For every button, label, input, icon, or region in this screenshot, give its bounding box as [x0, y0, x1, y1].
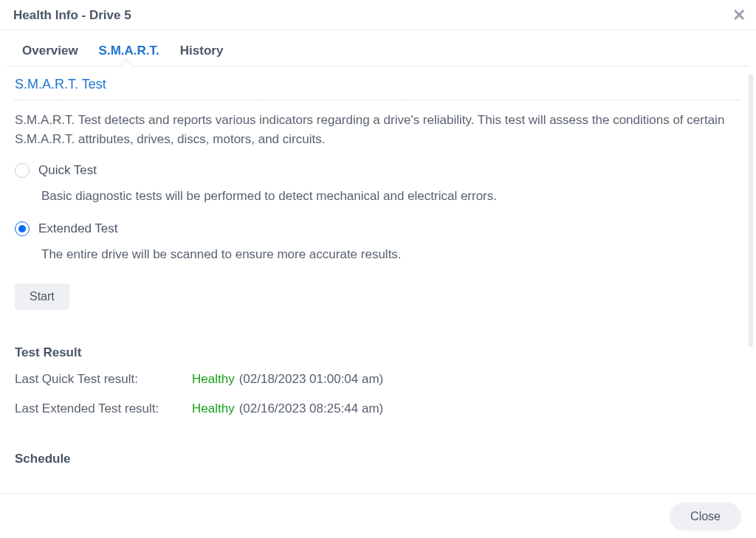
section-title-schedule: Schedule	[15, 452, 741, 466]
result-row-extended: Last Extended Test result: Healthy (02/1…	[15, 401, 741, 416]
tab-smart[interactable]: S.M.A.R.T.	[99, 44, 159, 66]
section-title-smart-test: S.M.A.R.T. Test	[15, 77, 741, 100]
radio-icon[interactable]	[15, 163, 30, 178]
tab-overview[interactable]: Overview	[22, 44, 78, 66]
tabs-bar: Overview S.M.A.R.T. History	[7, 30, 749, 66]
radio-label-quick: Quick Test	[38, 163, 97, 178]
radio-label-extended: Extended Test	[38, 221, 117, 236]
timestamp-quick: (02/18/2023 01:00:04 am)	[239, 372, 384, 387]
window-header: Health Info - Drive 5 ✕	[0, 0, 756, 30]
result-label-extended: Last Extended Test result:	[15, 401, 192, 416]
extended-test-description: The entire drive will be scanned to ensu…	[41, 245, 741, 264]
result-label-quick: Last Quick Test result:	[15, 372, 192, 387]
result-row-quick: Last Quick Test result: Healthy (02/18/2…	[15, 372, 741, 387]
radio-extended-test[interactable]: Extended Test	[15, 221, 741, 236]
start-button[interactable]: Start	[15, 283, 69, 310]
scrollbar[interactable]	[749, 74, 753, 347]
timestamp-extended: (02/16/2023 08:25:44 am)	[239, 401, 384, 416]
close-icon[interactable]: ✕	[732, 7, 746, 24]
tab-history[interactable]: History	[180, 44, 224, 66]
section-title-test-result: Test Result	[15, 345, 741, 360]
radio-icon[interactable]	[15, 221, 30, 236]
window-title: Health Info - Drive 5	[13, 8, 131, 23]
quick-test-description: Basic diagnostic tests will be performed…	[41, 187, 741, 206]
status-badge: Healthy	[192, 372, 235, 387]
status-badge: Healthy	[192, 401, 235, 416]
close-button[interactable]: Close	[670, 503, 741, 531]
radio-quick-test[interactable]: Quick Test	[15, 163, 741, 178]
smart-test-description: S.M.A.R.T. Test detects and reports vari…	[15, 111, 741, 150]
content-pane: S.M.A.R.T. Test S.M.A.R.T. Test detects …	[7, 66, 749, 493]
footer-bar: Close	[0, 493, 756, 538]
